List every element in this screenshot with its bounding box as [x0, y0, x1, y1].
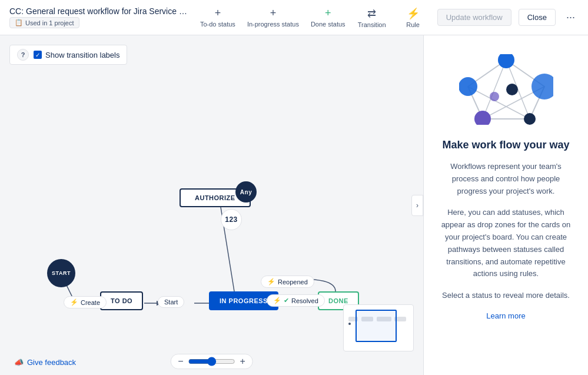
used-in-project-badge: 📋 Used in 1 project [9, 17, 79, 28]
todo-label: To-do status [200, 21, 235, 28]
svg-point-17 [459, 77, 477, 96]
svg-point-14 [531, 74, 553, 99]
show-transition-labels-toggle[interactable]: Show transition labels [34, 51, 119, 59]
svg-point-16 [474, 111, 491, 125]
done-status-button[interactable]: + Done status [311, 7, 346, 28]
svg-point-15 [524, 113, 536, 125]
rule-icon: ⚡ [407, 7, 420, 20]
svg-point-13 [498, 54, 514, 68]
done-label: Done status [311, 21, 346, 28]
close-button[interactable]: Close [519, 9, 556, 26]
more-options-button[interactable]: ··· [563, 9, 579, 26]
learn-more-link[interactable]: Learn more [486, 311, 525, 320]
collapse-panel-button[interactable]: › [411, 195, 423, 216]
rule-button[interactable]: ⚡ Rule [398, 7, 428, 28]
megaphone-icon: 📣 [14, 358, 24, 367]
reopened-transition[interactable]: ⚡ Reopened [261, 276, 314, 288]
inprogress-status-button[interactable]: + In-progress status [247, 7, 299, 28]
workflow-title: CC: General request workflow for Jira Se… [9, 6, 191, 16]
num-node[interactable]: 123 [221, 209, 242, 230]
transition-icon: ⇄ [367, 7, 376, 20]
panel-desc-3: Select a status to reveal more details. [442, 290, 570, 302]
minimap [343, 304, 414, 351]
panel-desc-2: Here, you can add statuses, which appear… [438, 207, 574, 280]
header-right: Update workflow Close ··· [437, 9, 579, 26]
zoom-controls: − + [170, 354, 253, 369]
todo-status-button[interactable]: + To-do status [200, 7, 235, 28]
info-panel: Make work flow your way Workflows repres… [423, 35, 588, 375]
minimap-content [344, 305, 413, 351]
badge-label: Used in 1 project [25, 19, 74, 26]
checkbox-icon [34, 51, 42, 59]
zoom-in-button[interactable]: + [240, 357, 245, 366]
zoom-slider[interactable] [188, 357, 235, 366]
todo-plus-icon: + [215, 7, 221, 19]
workflow-canvas[interactable]: ? Show transition labels › [0, 35, 423, 375]
minimap-dot [348, 323, 351, 325]
check-icon: ✔ [284, 297, 289, 304]
canvas-toolbar: ? Show transition labels [9, 45, 127, 65]
transition-button[interactable]: ⇄ Transition [357, 7, 387, 28]
network-svg [459, 54, 553, 125]
badge-icon: 📋 [15, 19, 23, 26]
done-plus-icon: + [325, 7, 331, 19]
help-button[interactable]: ? [17, 49, 29, 61]
lightning-icon: ⚡ [273, 297, 281, 304]
start-transition[interactable]: Start [158, 296, 184, 308]
rule-label: Rule [406, 21, 420, 28]
give-feedback-button[interactable]: 📣 Give feedback [9, 356, 81, 369]
any-node[interactable]: Any [235, 181, 257, 203]
panel-title: Make work flow your way [442, 139, 569, 151]
toolbar-actions: + To-do status + In-progress status + Do… [200, 7, 428, 28]
minimap-viewport [356, 310, 397, 342]
update-workflow-button[interactable]: Update workflow [437, 9, 511, 26]
show-transition-labels-label: Show transition labels [45, 51, 119, 59]
inprogress-plus-icon: + [270, 7, 277, 19]
inprogress-label: In-progress status [247, 21, 299, 28]
lightning-icon: ⚡ [70, 298, 78, 306]
panel-graphic [459, 54, 553, 125]
panel-desc-1: Workflows represent your team's process … [438, 161, 574, 197]
start-node[interactable]: START [47, 259, 75, 287]
transition-label: Transition [358, 21, 386, 28]
lightning-icon: ⚡ [267, 278, 275, 286]
main-content: ? Show transition labels › [0, 35, 588, 375]
todo-node[interactable]: TO DO [100, 291, 143, 310]
resolved-transition[interactable]: ⚡ ✔ Resolved [267, 294, 325, 307]
zoom-out-button[interactable]: − [178, 357, 183, 366]
header-left: CC: General request workflow for Jira Se… [9, 6, 191, 28]
create-transition[interactable]: ⚡ Create [64, 296, 107, 308]
svg-point-19 [490, 92, 499, 101]
header: CC: General request workflow for Jira Se… [0, 0, 588, 35]
svg-point-18 [506, 84, 518, 95]
